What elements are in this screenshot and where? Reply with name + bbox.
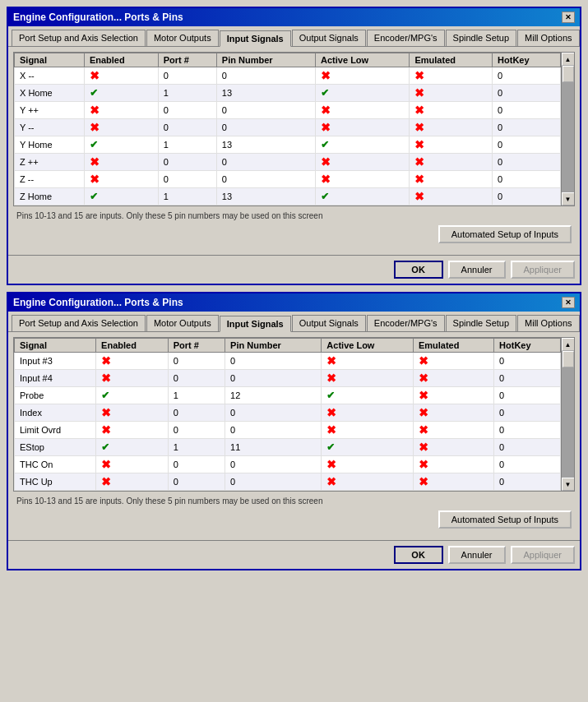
- cell-emulated[interactable]: ✖: [410, 119, 493, 136]
- scroll-thumb-2[interactable]: [563, 351, 574, 367]
- table-row[interactable]: Y -- ✖ 0 0 ✖ ✖ 0: [15, 119, 561, 136]
- cell-activelow[interactable]: ✖: [316, 102, 410, 119]
- cell-enabled[interactable]: ✔: [96, 387, 169, 404]
- cell-pin[interactable]: 0: [216, 102, 315, 119]
- cell-activelow[interactable]: ✖: [322, 456, 414, 473]
- cell-port[interactable]: 0: [158, 119, 216, 136]
- cell-pin[interactable]: 0: [225, 422, 322, 439]
- cell-activelow[interactable]: ✖: [316, 67, 410, 85]
- cell-emulated[interactable]: ✖: [413, 353, 493, 370]
- scroll-thumb-1[interactable]: [563, 66, 574, 82]
- cancel-button-2[interactable]: Annuler: [448, 546, 506, 564]
- cancel-button-1[interactable]: Annuler: [448, 261, 506, 279]
- cell-activelow[interactable]: ✖: [322, 422, 414, 439]
- cell-port[interactable]: 0: [158, 67, 216, 85]
- scroll-down-1[interactable]: ▼: [562, 192, 575, 206]
- cell-hotkey[interactable]: 0: [494, 473, 561, 491]
- tab-motor-outputs-1[interactable]: Motor Outputs: [146, 30, 219, 46]
- cell-port[interactable]: 0: [168, 473, 225, 491]
- table-row[interactable]: Y Home ✔ 1 13 ✔ ✖ 0: [15, 136, 561, 154]
- close-button-2[interactable]: ✕: [562, 297, 575, 308]
- cell-activelow[interactable]: ✖: [316, 171, 410, 188]
- cell-port[interactable]: 0: [168, 404, 225, 422]
- cell-pin[interactable]: 13: [216, 188, 315, 206]
- table-row[interactable]: THC On ✖ 0 0 ✖ ✖ 0: [15, 456, 561, 473]
- cell-pin[interactable]: 0: [225, 473, 322, 491]
- cell-hotkey[interactable]: 0: [493, 136, 561, 154]
- ok-button-2[interactable]: OK: [394, 546, 443, 564]
- cell-enabled[interactable]: ✖: [84, 67, 158, 85]
- cell-activelow[interactable]: ✖: [322, 404, 414, 422]
- cell-hotkey[interactable]: 0: [494, 404, 561, 422]
- cell-pin[interactable]: 0: [216, 119, 315, 136]
- cell-enabled[interactable]: ✖: [96, 353, 169, 370]
- cell-activelow[interactable]: ✔: [322, 387, 414, 404]
- tab-encoder-2[interactable]: Encoder/MPG's: [367, 315, 445, 331]
- cell-enabled[interactable]: ✖: [96, 422, 169, 439]
- cell-enabled[interactable]: ✖: [84, 102, 158, 119]
- cell-port[interactable]: 1: [168, 439, 225, 456]
- cell-enabled[interactable]: ✖: [84, 171, 158, 188]
- tab-spindle-1[interactable]: Spindle Setup: [446, 30, 517, 46]
- tab-port-setup-1[interactable]: Port Setup and Axis Selection: [12, 30, 146, 46]
- cell-pin[interactable]: 0: [216, 171, 315, 188]
- cell-activelow[interactable]: ✖: [322, 473, 414, 491]
- cell-port[interactable]: 0: [158, 102, 216, 119]
- tab-encoder-1[interactable]: Encoder/MPG's: [367, 30, 445, 46]
- cell-port[interactable]: 0: [168, 422, 225, 439]
- table-row[interactable]: EStop ✔ 1 11 ✔ ✖ 0: [15, 439, 561, 456]
- cell-emulated[interactable]: ✖: [410, 154, 493, 171]
- cell-hotkey[interactable]: 0: [494, 422, 561, 439]
- scroll-up-2[interactable]: ▲: [562, 338, 575, 351]
- cell-activelow[interactable]: ✔: [316, 85, 410, 102]
- table-row[interactable]: Index ✖ 0 0 ✖ ✖ 0: [15, 404, 561, 422]
- cell-enabled[interactable]: ✔: [84, 188, 158, 206]
- table-row[interactable]: Limit Ovrd ✖ 0 0 ✖ ✖ 0: [15, 422, 561, 439]
- scroll-down-2[interactable]: ▼: [562, 478, 575, 491]
- cell-emulated[interactable]: ✖: [413, 456, 493, 473]
- cell-emulated[interactable]: ✖: [413, 473, 493, 491]
- cell-hotkey[interactable]: 0: [493, 188, 561, 206]
- tab-spindle-2[interactable]: Spindle Setup: [446, 315, 517, 331]
- cell-hotkey[interactable]: 0: [494, 456, 561, 473]
- cell-port[interactable]: 0: [168, 353, 225, 370]
- scrollbar-2[interactable]: ▲ ▼: [561, 338, 574, 491]
- cell-port[interactable]: 0: [168, 370, 225, 387]
- cell-activelow[interactable]: ✖: [322, 370, 414, 387]
- tab-input-signals-1[interactable]: Input Signals: [220, 30, 291, 47]
- close-button-1[interactable]: ✕: [562, 12, 575, 23]
- cell-hotkey[interactable]: 0: [494, 353, 561, 370]
- cell-hotkey[interactable]: 0: [494, 370, 561, 387]
- apply-button-2[interactable]: Appliquer: [511, 546, 575, 564]
- cell-emulated[interactable]: ✖: [413, 387, 493, 404]
- cell-emulated[interactable]: ✖: [410, 188, 493, 206]
- cell-emulated[interactable]: ✖: [410, 136, 493, 154]
- cell-enabled[interactable]: ✖: [84, 119, 158, 136]
- cell-enabled[interactable]: ✔: [96, 439, 169, 456]
- cell-emulated[interactable]: ✖: [413, 422, 493, 439]
- cell-pin[interactable]: 0: [225, 353, 322, 370]
- apply-button-1[interactable]: Appliquer: [511, 261, 575, 279]
- table-row[interactable]: Input #4 ✖ 0 0 ✖ ✖ 0: [15, 370, 561, 387]
- cell-hotkey[interactable]: 0: [494, 439, 561, 456]
- cell-activelow[interactable]: ✔: [322, 439, 414, 456]
- cell-enabled[interactable]: ✖: [84, 154, 158, 171]
- cell-port[interactable]: 0: [168, 456, 225, 473]
- cell-activelow[interactable]: ✖: [316, 119, 410, 136]
- table-row[interactable]: X Home ✔ 1 13 ✔ ✖ 0: [15, 85, 561, 102]
- cell-hotkey[interactable]: 0: [493, 119, 561, 136]
- cell-enabled[interactable]: ✖: [96, 370, 169, 387]
- cell-pin[interactable]: 13: [216, 85, 315, 102]
- table-row[interactable]: Z ++ ✖ 0 0 ✖ ✖ 0: [15, 154, 561, 171]
- cell-pin[interactable]: 0: [225, 370, 322, 387]
- cell-port[interactable]: 1: [158, 136, 216, 154]
- table-row[interactable]: Z -- ✖ 0 0 ✖ ✖ 0: [15, 171, 561, 188]
- tab-mill-1[interactable]: Mill Options: [517, 30, 579, 46]
- automated-setup-btn-2[interactable]: Automated Setup of Inputs: [438, 510, 572, 529]
- cell-port[interactable]: 1: [168, 387, 225, 404]
- cell-enabled[interactable]: ✖: [96, 456, 169, 473]
- table-row[interactable]: Input #3 ✖ 0 0 ✖ ✖ 0: [15, 353, 561, 370]
- scrollbar-1[interactable]: ▲ ▼: [561, 53, 574, 206]
- cell-enabled[interactable]: ✖: [96, 473, 169, 491]
- cell-pin[interactable]: 0: [216, 154, 315, 171]
